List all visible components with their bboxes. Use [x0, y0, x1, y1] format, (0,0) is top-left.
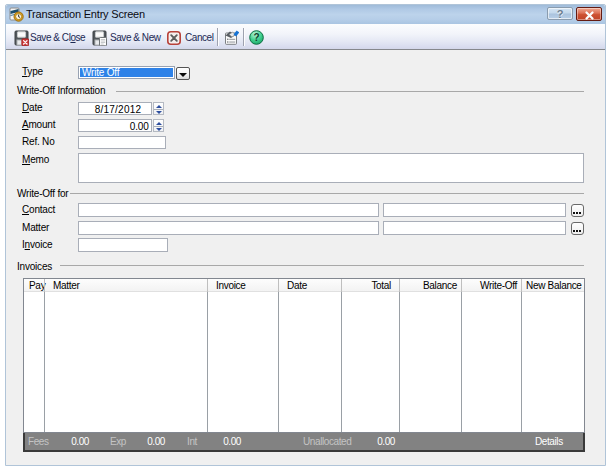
svg-text:?: ?	[253, 32, 259, 43]
